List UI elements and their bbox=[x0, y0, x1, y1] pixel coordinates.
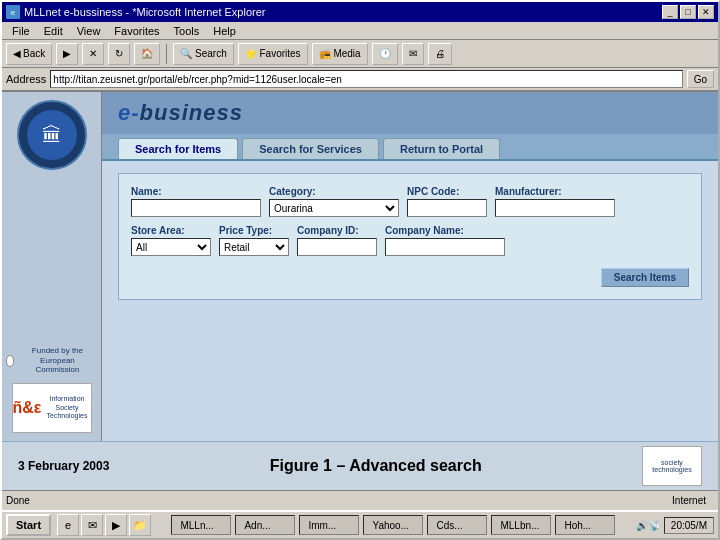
name-input[interactable] bbox=[131, 199, 261, 217]
store-area-group: Store Area: All bbox=[131, 225, 211, 256]
history-button[interactable]: 🕐 bbox=[372, 43, 398, 65]
taskbar-app-hoh[interactable]: Hoh... bbox=[555, 515, 615, 535]
status-left: Done bbox=[6, 495, 30, 506]
taskbar-app-yahoo[interactable]: Yahoo... bbox=[363, 515, 423, 535]
menu-favorites[interactable]: Favorites bbox=[108, 24, 165, 38]
taskbar-icon-outlook[interactable]: ✉ bbox=[81, 514, 103, 536]
minimize-button[interactable]: _ bbox=[662, 5, 678, 19]
menu-tools[interactable]: Tools bbox=[168, 24, 206, 38]
forward-button[interactable]: ▶ bbox=[56, 43, 78, 65]
name-label: Name: bbox=[131, 186, 261, 197]
npc-input[interactable] bbox=[407, 199, 487, 217]
taskbar-right: 🔊📡 20:05/M bbox=[636, 517, 714, 534]
taskbar-app-mlln[interactable]: MLLn... bbox=[171, 515, 231, 535]
sidebar-bottom: Funded by the European Commission ñ&ε In… bbox=[6, 346, 97, 433]
nav-tabs: Search for Items Search for Services Ret… bbox=[102, 134, 718, 161]
npc-label: NPC Code: bbox=[407, 186, 487, 197]
taskbar-icon-media[interactable]: ▶ bbox=[105, 514, 127, 536]
maximize-button[interactable]: □ bbox=[680, 5, 696, 19]
title-bar-left: e MLLnet e-bussiness - *Microsoft Intern… bbox=[6, 5, 266, 19]
taskbar-icon-ie[interactable]: e bbox=[57, 514, 79, 536]
company-id-input[interactable] bbox=[297, 238, 377, 256]
menu-edit[interactable]: Edit bbox=[38, 24, 69, 38]
address-label: Address bbox=[6, 73, 46, 85]
browser-window: e MLLnet e-bussiness - *Microsoft Intern… bbox=[0, 0, 720, 540]
search-button[interactable]: 🔍 Search bbox=[173, 43, 233, 65]
address-input[interactable] bbox=[50, 70, 682, 88]
search-items-button[interactable]: Search Items bbox=[601, 268, 689, 287]
favorites-button[interactable]: ⭐ Favorites bbox=[238, 43, 308, 65]
caption-section: 3 February 2003 Figure 1 – Advanced sear… bbox=[2, 441, 718, 490]
site-logo: 🏛 bbox=[17, 100, 87, 170]
store-area-select[interactable]: All bbox=[131, 238, 211, 256]
price-type-label: Price Type: bbox=[219, 225, 289, 236]
taskbar-app-cds[interactable]: Cds... bbox=[427, 515, 487, 535]
name-group: Name: bbox=[131, 186, 261, 217]
npc-group: NPC Code: bbox=[407, 186, 487, 217]
toolbar-separator bbox=[166, 44, 167, 64]
manufacturer-group: Manufacturer: bbox=[495, 186, 615, 217]
taskbar-clock: 20:05/M bbox=[664, 517, 714, 534]
category-select[interactable]: Ourarina bbox=[269, 199, 399, 217]
form-row-2: Store Area: All Price Type: Retail bbox=[131, 225, 689, 256]
toolbar: ◀ Back ▶ ✕ ↻ 🏠 🔍 Search ⭐ Favorites 📻 Me… bbox=[2, 40, 718, 68]
tab-search-services[interactable]: Search for Services bbox=[242, 138, 379, 159]
page-header: e-business bbox=[102, 92, 718, 134]
stop-button[interactable]: ✕ bbox=[82, 43, 104, 65]
menu-view[interactable]: View bbox=[71, 24, 107, 38]
company-id-label: Company ID: bbox=[297, 225, 377, 236]
content-area: 🏛 Funded by the European Commission ñ&ε … bbox=[2, 92, 718, 490]
taskbar-app-mllbn[interactable]: MLLbn... bbox=[491, 515, 551, 535]
search-panel: Name: Category: Ourarina NPC Code: bbox=[118, 173, 702, 300]
main-content: e-business Search for Items Search for S… bbox=[102, 92, 718, 441]
tab-return-portal[interactable]: Return to Portal bbox=[383, 138, 500, 159]
caption-logo: societytechnologies bbox=[642, 446, 702, 486]
caption-date: 3 February 2003 bbox=[18, 459, 109, 473]
manufacturer-label: Manufacturer: bbox=[495, 186, 615, 197]
company-name-input[interactable] bbox=[385, 238, 505, 256]
home-button[interactable]: 🏠 bbox=[134, 43, 160, 65]
taskbar-programs: e ✉ ▶ 📁 bbox=[57, 514, 151, 536]
sidebar: 🏛 Funded by the European Commission ñ&ε … bbox=[2, 92, 102, 441]
menu-help[interactable]: Help bbox=[207, 24, 242, 38]
media-button[interactable]: 📻 Media bbox=[312, 43, 368, 65]
manufacturer-input[interactable] bbox=[495, 199, 615, 217]
menu-bar: File Edit View Favorites Tools Help bbox=[2, 22, 718, 40]
back-button[interactable]: ◀ Back bbox=[6, 43, 52, 65]
taskbar-middle: MLLn... Adn... Imm... Yahoo... Cds... ML… bbox=[171, 515, 615, 535]
taskbar-icon-misc[interactable]: 📁 bbox=[129, 514, 151, 536]
taskbar: Start e ✉ ▶ 📁 MLLn... Adn... Imm... Yaho… bbox=[2, 510, 718, 538]
company-name-label: Company Name: bbox=[385, 225, 505, 236]
taskbar-app-adn[interactable]: Adn... bbox=[235, 515, 295, 535]
refresh-button[interactable]: ↻ bbox=[108, 43, 130, 65]
status-right: Internet bbox=[664, 495, 714, 506]
taskbar-app-imm[interactable]: Imm... bbox=[299, 515, 359, 535]
company-id-group: Company ID: bbox=[297, 225, 377, 256]
caption-figure-title: Figure 1 – Advanced search bbox=[270, 457, 482, 475]
browser-icon: e bbox=[6, 5, 20, 19]
title-bar: e MLLnet e-bussiness - *Microsoft Intern… bbox=[2, 2, 718, 22]
title-bar-buttons: _ □ ✕ bbox=[662, 5, 714, 19]
price-type-group: Price Type: Retail bbox=[219, 225, 289, 256]
tab-search-items[interactable]: Search for Items bbox=[118, 138, 238, 159]
category-label: Category: bbox=[269, 186, 399, 197]
search-form: Name: Category: Ourarina NPC Code: bbox=[131, 186, 689, 287]
go-button[interactable]: Go bbox=[687, 70, 714, 88]
window-title: MLLnet e-bussiness - *Microsoft Internet… bbox=[24, 6, 266, 18]
address-bar: Address Go bbox=[2, 68, 718, 92]
funded-text: Funded by the European Commission bbox=[18, 346, 97, 375]
print-button[interactable]: 🖨 bbox=[428, 43, 452, 65]
ist-logo: ñ&ε Information Society Technologies bbox=[12, 383, 92, 433]
close-button[interactable]: ✕ bbox=[698, 5, 714, 19]
logo-icon: 🏛 bbox=[27, 110, 77, 160]
search-btn-row: Search Items bbox=[131, 268, 689, 287]
form-row-1: Name: Category: Ourarina NPC Code: bbox=[131, 186, 689, 217]
mail-button[interactable]: ✉ bbox=[402, 43, 424, 65]
price-type-select[interactable]: Retail bbox=[219, 238, 289, 256]
company-name-group: Company Name: bbox=[385, 225, 505, 256]
eu-radio[interactable] bbox=[6, 355, 14, 367]
menu-file[interactable]: File bbox=[6, 24, 36, 38]
start-button[interactable]: Start bbox=[6, 514, 51, 536]
status-text: Done bbox=[6, 495, 30, 506]
taskbar-left: Start e ✉ ▶ 📁 bbox=[6, 514, 151, 536]
